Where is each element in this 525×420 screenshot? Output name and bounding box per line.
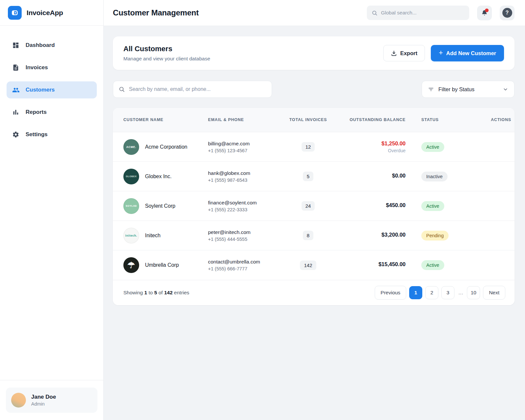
status-cell: Active [408, 201, 491, 211]
card-subtitle: Manage and view your client database [123, 56, 210, 62]
help-button[interactable]: ? [500, 6, 514, 20]
user-profile[interactable]: Jane Doe Admin [6, 388, 97, 413]
sidebar-footer: Jane Doe Admin [0, 380, 103, 420]
user-info: Jane Doe Admin [31, 394, 56, 407]
sidebar-item-customers[interactable]: Customers [7, 81, 97, 98]
add-customer-label: Add New Customer [446, 50, 496, 56]
bar-chart-icon [12, 108, 20, 116]
page-button-3[interactable]: 3 [441, 286, 454, 299]
table-row: ACME. Acme Corporation billing@acme.com … [113, 132, 514, 162]
customers-people-icon [12, 86, 20, 94]
brand-name: InvoiceApp [27, 9, 63, 17]
balance-cell: $3,200.00 [329, 232, 408, 240]
gear-icon [12, 131, 20, 138]
customer-name: Soylent Corp [145, 202, 176, 210]
balance-amount: $3,200.00 [329, 232, 406, 238]
invoice-document-icon [12, 64, 20, 72]
sidebar-item-dashboard[interactable]: Dashboard [7, 37, 97, 54]
filter-label: Filter by Status [438, 86, 498, 93]
balance-sublabel [329, 269, 406, 269]
user-role: Admin [31, 401, 56, 407]
entries-from: 1 [144, 290, 147, 295]
page-title: Customer Management [113, 8, 199, 17]
balance-cell: $1,250.00 Overdue [329, 140, 408, 153]
sidebar-item-label: Customers [26, 87, 55, 93]
pagination-ellipsis: … [457, 286, 464, 300]
export-label: Export [400, 50, 417, 56]
invoices-cell: 5 [287, 172, 329, 181]
balance-sublabel [329, 180, 406, 180]
status-cell: Pending [408, 231, 491, 241]
plus-icon: + [439, 49, 443, 56]
sidebar-item-invoices[interactable]: Invoices [7, 59, 97, 76]
notifications-button[interactable] [477, 6, 492, 20]
contact-cell: peter@initech.com +1 (555) 444-5555 [208, 229, 287, 242]
sidebar-item-label: Invoices [26, 64, 48, 71]
sidebar-nav: Dashboard Invoices Customers Reports Set… [0, 26, 103, 380]
help-icon: ? [502, 8, 512, 18]
customers-table-card: Customer Name Email & Phone Total Invoic… [113, 108, 514, 305]
download-icon [391, 50, 397, 56]
company-logo-avatar: GLOBEX [123, 169, 139, 184]
header-actions: ? [367, 6, 514, 20]
status-cell: Active [408, 260, 491, 270]
invoice-count-badge: 142 [300, 261, 316, 270]
status-filter-dropdown[interactable]: Filter by Status [422, 81, 514, 98]
notification-badge [485, 9, 489, 12]
app-logo-icon [8, 6, 22, 20]
customer-name-cell: initech. Initech [123, 228, 208, 243]
contact-cell: billing@acme.com +1 (555) 123-4567 [208, 141, 287, 153]
status-cell: Inactive [408, 172, 491, 181]
page-content: All Customers Manage and view your clien… [104, 26, 525, 420]
page-button-2[interactable]: 2 [425, 286, 438, 299]
customers-table: Customer Name Email & Phone Total Invoic… [113, 108, 514, 280]
all-customers-card: All Customers Manage and view your clien… [113, 36, 514, 70]
top-header: Customer Management ? [104, 0, 525, 26]
balance-amount: $450.00 [329, 202, 406, 208]
column-header-total-invoices: Total Invoices [287, 117, 329, 123]
pagination: Previous 1 2 3 … 10 Next [375, 286, 505, 300]
export-button[interactable]: Export [383, 45, 425, 61]
sidebar-item-label: Settings [26, 131, 48, 138]
dashboard-icon [12, 41, 20, 49]
customer-name-cell: ☂ Umbrella Corp [123, 257, 208, 273]
company-logo-avatar: SOYLIID [123, 198, 139, 214]
contact-cell: finance@soylent.com +1 (555) 222-3333 [208, 200, 287, 212]
customer-name: Initech [145, 232, 160, 240]
sidebar-item-reports[interactable]: Reports [7, 104, 97, 121]
sidebar-item-settings[interactable]: Settings [7, 126, 97, 143]
global-search-input[interactable] [381, 10, 465, 16]
add-new-customer-button[interactable]: + Add New Customer [431, 45, 504, 61]
company-logo-avatar umbrella-icon: ☂ [123, 257, 139, 273]
next-page-button[interactable]: Next [483, 286, 505, 300]
column-header-outstanding-balance: Outstanding Balance [329, 117, 408, 123]
invoices-cell: 24 [287, 201, 329, 211]
entries-to: 5 [154, 290, 157, 295]
page-button-1[interactable]: 1 [409, 286, 422, 299]
invoice-count-badge: 5 [303, 172, 313, 181]
global-search [367, 6, 469, 20]
main-area: Customer Management ? All Customers Mana… [104, 0, 525, 420]
table-toolbar: Filter by Status [113, 81, 514, 98]
user-name: Jane Doe [31, 394, 56, 400]
customer-search-input[interactable] [129, 86, 266, 92]
customer-phone: +1 (555) 222-3333 [208, 207, 287, 212]
customer-email: peter@initech.com [208, 229, 287, 235]
balance-amount: $0.00 [329, 173, 406, 179]
invoice-count-badge: 12 [302, 142, 315, 152]
page-button-10[interactable]: 10 [467, 286, 480, 299]
balance-cell: $450.00 [329, 202, 408, 210]
table-row: SOYLIID Soylent Corp finance@soylent.com… [113, 191, 514, 221]
entries-total: 142 [164, 290, 173, 295]
invoices-cell: 12 [287, 142, 329, 152]
column-header-status: Status [408, 117, 491, 123]
previous-page-button[interactable]: Previous [375, 286, 406, 300]
invoice-count-badge: 24 [302, 201, 315, 211]
customer-email: contact@umbrella.com [208, 259, 287, 265]
of-word: of [158, 290, 163, 295]
search-icon [371, 10, 378, 16]
company-logo-avatar: initech. [123, 228, 139, 243]
card-title: All Customers [123, 45, 210, 53]
balance-amount: $15,450.00 [329, 261, 406, 267]
balance-cell: $0.00 [329, 173, 408, 180]
